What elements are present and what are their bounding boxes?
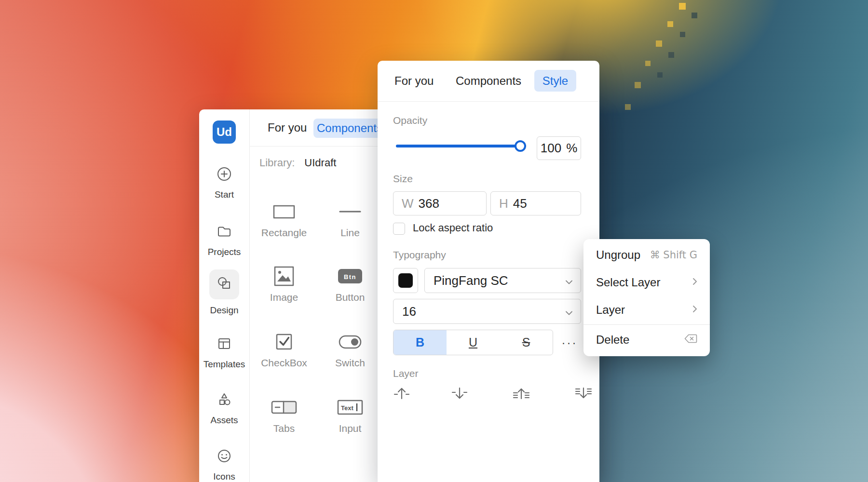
- library-label: Library:: [259, 157, 295, 169]
- menu-item-delete[interactable]: Delete: [583, 326, 710, 353]
- width-field[interactable]: W 368: [393, 191, 487, 215]
- sidebar-item-label: Templates: [203, 359, 245, 370]
- active-item-highlight: [209, 269, 239, 299]
- move-down-icon: [450, 384, 469, 404]
- menu-item-layer[interactable]: Layer: [583, 296, 710, 323]
- component-button[interactable]: Btn Button: [319, 265, 381, 303]
- app-logo[interactable]: Ud: [213, 120, 236, 144]
- mosaic-pixel: [645, 61, 651, 66]
- move-up-button[interactable]: [391, 383, 412, 406]
- sidebar-item-label: Icons: [213, 471, 235, 482]
- desktop: Ud Start Projects De: [0, 0, 868, 482]
- checkbox-icon: [273, 330, 295, 353]
- library-name: UIdraft: [304, 157, 336, 169]
- menu-item-select-layer[interactable]: Select Layer: [583, 268, 710, 296]
- line-icon: [338, 200, 363, 223]
- sidebar-item-design[interactable]: Design: [199, 269, 249, 316]
- component-switch[interactable]: Switch: [319, 330, 381, 369]
- component-tabs[interactable]: Tabs: [253, 396, 315, 434]
- tab-components[interactable]: Components: [456, 61, 521, 101]
- opacity-value-field[interactable]: 100 %: [537, 136, 581, 160]
- width-value: 368: [419, 196, 439, 211]
- library-selector[interactable]: Library: UIdraft: [259, 157, 336, 169]
- input-icon: Text: [336, 396, 364, 419]
- sidebar-item-start[interactable]: Start: [199, 166, 249, 200]
- mosaic-pixel: [668, 52, 674, 58]
- sidebar-item-label: Start: [215, 189, 234, 200]
- chevron-right-icon: [692, 305, 697, 315]
- width-prefix: W: [402, 196, 414, 211]
- component-input[interactable]: Text Input: [319, 396, 381, 434]
- switch-icon: [338, 330, 363, 353]
- tab-components[interactable]: Components: [313, 119, 386, 138]
- mosaic-pixel: [680, 32, 685, 37]
- sidebar: Ud Start Projects De: [199, 109, 250, 482]
- tab-label: Components: [317, 121, 382, 135]
- component-line[interactable]: Line: [319, 200, 381, 239]
- tab-label: Style: [542, 74, 568, 88]
- context-menu: Ungroup ⌘ Shift G Select Layer Layer Del…: [583, 239, 710, 356]
- opacity-slider-handle[interactable]: [515, 140, 526, 152]
- bold-button[interactable]: B: [393, 330, 447, 355]
- font-family-select[interactable]: PingFang SC: [424, 268, 581, 293]
- shapes-icon: [216, 275, 233, 294]
- menu-item-label: Delete: [596, 333, 629, 347]
- sidebar-item-templates[interactable]: Templates: [199, 336, 249, 370]
- move-down-button[interactable]: [449, 383, 470, 406]
- send-to-back-icon: [574, 384, 593, 404]
- font-family-value: PingFang SC: [434, 273, 508, 288]
- font-size-value: 16: [402, 304, 416, 319]
- height-field[interactable]: H 45: [490, 191, 581, 215]
- component-checkbox[interactable]: CheckBox: [253, 330, 315, 369]
- bold-label: B: [416, 335, 424, 349]
- opacity-label: Opacity: [393, 115, 427, 126]
- component-label: Image: [270, 292, 298, 303]
- text-color-swatch[interactable]: [393, 268, 418, 293]
- menu-item-label: Layer: [596, 303, 625, 317]
- opacity-unit: %: [566, 141, 577, 156]
- component-rectangle[interactable]: Rectangle: [253, 200, 315, 239]
- opacity-slider[interactable]: [396, 140, 526, 152]
- typography-label: Typography: [393, 249, 446, 261]
- component-label: Switch: [335, 357, 365, 369]
- smiley-icon: [217, 448, 232, 466]
- more-text-styles-button[interactable]: ···: [557, 330, 582, 355]
- backspace-icon: [684, 334, 697, 345]
- image-icon: [271, 265, 297, 288]
- component-label: CheckBox: [261, 357, 307, 369]
- mosaic-pixel: [657, 72, 663, 78]
- rectangle-icon: [271, 200, 297, 223]
- chevron-down-icon: [565, 273, 573, 288]
- asset-shapes-icon: [217, 392, 232, 409]
- menu-divider: [583, 324, 710, 325]
- opacity-value: 100: [541, 141, 561, 156]
- menu-item-ungroup[interactable]: Ungroup ⌘ Shift G: [583, 241, 710, 268]
- ellipsis-icon: ···: [562, 336, 578, 349]
- bring-to-front-button[interactable]: [511, 383, 532, 406]
- sidebar-item-projects[interactable]: Projects: [199, 224, 249, 257]
- lock-aspect-ratio-checkbox[interactable]: [393, 223, 405, 235]
- size-label: Size: [393, 173, 413, 185]
- tab-label: For you: [394, 74, 434, 88]
- opacity-slider-track[interactable]: [396, 145, 526, 147]
- strikethrough-label: S: [522, 335, 530, 349]
- tab-for-you[interactable]: For you: [268, 109, 307, 146]
- font-size-select[interactable]: 16: [393, 299, 581, 324]
- chevron-right-icon: [692, 278, 697, 287]
- tab-for-you[interactable]: For you: [394, 61, 434, 101]
- underline-button[interactable]: U: [447, 330, 500, 355]
- sidebar-item-assets[interactable]: Assets: [199, 392, 249, 426]
- send-to-back-button[interactable]: [573, 383, 594, 406]
- move-up-icon: [393, 384, 411, 404]
- sidebar-item-icons[interactable]: Icons: [199, 448, 249, 482]
- sidebar-item-label: Projects: [208, 247, 241, 257]
- component-label: Line: [340, 227, 360, 239]
- tab-style[interactable]: Style: [534, 70, 576, 92]
- strikethrough-button[interactable]: S: [500, 330, 553, 355]
- component-image[interactable]: Image: [253, 265, 315, 303]
- lock-aspect-ratio-label: Lock aspect ratio: [413, 222, 493, 234]
- mosaic-pixel: [656, 40, 662, 47]
- underline-label: U: [469, 335, 477, 349]
- menu-item-label: Ungroup: [596, 248, 640, 262]
- sidebar-item-label: Design: [210, 305, 238, 316]
